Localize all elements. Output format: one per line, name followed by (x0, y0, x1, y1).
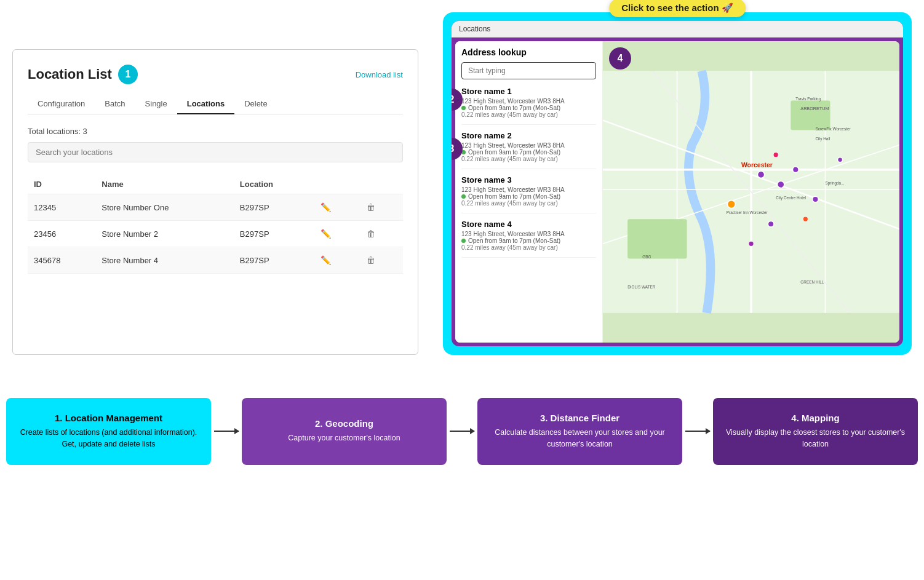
cell-location: B297SP (234, 247, 313, 274)
cell-edit-btn[interactable]: ✏️ (313, 194, 358, 221)
edit-icon[interactable]: ✏️ (319, 227, 333, 240)
flow-box-2: 2. Geocoding Capture your customer's loc… (242, 398, 447, 465)
title-text: Location List (28, 66, 112, 82)
cell-delete-btn[interactable]: 🗑 (358, 221, 403, 247)
cell-id: 23456 (28, 221, 95, 247)
store-hours: Open from 9am to 7pm (Mon-Sat) (461, 193, 596, 200)
click-action-text: Click to see the action 🚀 (621, 2, 733, 14)
address-input[interactable] (461, 62, 596, 79)
svg-point-24 (792, 167, 799, 173)
download-link[interactable]: Download list (356, 70, 403, 79)
arrow-line-1 (214, 431, 239, 432)
cell-delete-btn[interactable]: 🗑 (358, 194, 403, 221)
arrow-line-3 (685, 431, 710, 432)
locations-sidebar: 2 3 Address lookup Store name 1 123 High… (455, 41, 603, 343)
map-area: 4 (603, 41, 899, 343)
svg-rect-10 (627, 219, 687, 258)
svg-point-28 (727, 201, 735, 209)
svg-text:Travis Parking: Travis Parking (795, 97, 821, 101)
flow-box-1: 1. Location Management Create lists of l… (6, 398, 211, 465)
cell-location: B297SP (234, 221, 313, 247)
tab-configuration[interactable]: Configuration (28, 94, 95, 114)
inner-tab-label: Locations (459, 25, 490, 33)
store-distance: 0.22 miles away (45m away by car) (461, 244, 596, 251)
click-action-badge[interactable]: Click to see the action 🚀 (609, 0, 746, 17)
flow-box-3: 3. Distance Finder Calculate distances b… (477, 398, 682, 465)
panel-header: Location List 1 Download list (28, 65, 403, 84)
map-svg: Worcester ARBORETUM Travis Parking Screw… (603, 41, 899, 343)
col-id: ID (28, 175, 95, 194)
col-location: Location (234, 175, 313, 194)
address-lookup-title: Address lookup (461, 47, 596, 57)
svg-rect-9 (791, 100, 830, 130)
cell-name: Store Number 4 (95, 247, 234, 274)
locations-table: ID Name Location 12345 Store Number One … (28, 175, 403, 274)
search-input[interactable] (28, 142, 403, 162)
svg-text:ARBORETUM: ARBORETUM (800, 106, 829, 111)
svg-point-23 (778, 181, 784, 188)
col-name: Name (95, 175, 234, 194)
flow-box-1-title: 1. Location Management (55, 413, 162, 423)
table-row: 23456 Store Number 2 B297SP ✏️ 🗑 (28, 221, 403, 247)
table-row: 345678 Store Number 4 B297SP ✏️ 🗑 (28, 247, 403, 274)
svg-point-22 (757, 171, 764, 178)
left-panel: Location List 1 Download list Configurat… (12, 49, 418, 355)
delete-icon[interactable]: 🗑 (364, 227, 378, 240)
cell-id: 345678 (28, 247, 95, 274)
svg-text:City Hall: City Hall (815, 137, 830, 141)
arrow-1 (211, 398, 242, 465)
cell-name: Store Number 2 (95, 221, 234, 247)
store-distance: 0.22 miles away (45m away by car) (461, 111, 596, 118)
flow-box-1-text: Create lists of locations (and additiona… (18, 427, 199, 450)
badge-1: 1 (118, 65, 138, 84)
cell-edit-btn[interactable]: ✏️ (313, 221, 358, 247)
store-card: Store name 1 123 High Street, Worcester … (461, 87, 596, 125)
svg-point-30 (803, 217, 808, 221)
flow-box-3-text: Calculate distances between your stores … (490, 427, 670, 450)
svg-text:City Centre Hotel: City Centre Hotel (776, 196, 806, 201)
right-panel: Click to see the action 🚀 Locations 2 3 … (443, 12, 912, 355)
store-cards: Store name 1 123 High Street, Worcester … (461, 87, 596, 258)
store-address: 123 High Street, Worcester WR3 8HA (461, 231, 596, 237)
tab-batch[interactable]: Batch (95, 94, 135, 114)
flow-box-4: 4. Mapping Visually display the closest … (713, 398, 918, 465)
store-address: 123 High Street, Worcester WR3 8HA (461, 186, 596, 193)
tab-locations[interactable]: Locations (177, 94, 234, 114)
total-locations: Total locations: 3 (28, 127, 403, 136)
tab-single[interactable]: Single (135, 94, 177, 114)
store-address: 123 High Street, Worcester WR3 8HA (461, 98, 596, 105)
flow-box-4-title: 4. Mapping (791, 413, 839, 423)
arrow-line-2 (450, 431, 474, 432)
store-address: 123 High Street, Worcester WR3 8HA (461, 142, 596, 149)
flow-box-2-title: 2. Geocoding (315, 418, 373, 429)
store-name: Store name 2 (461, 131, 596, 140)
cell-id: 12345 (28, 194, 95, 221)
flow-section: 1. Location Management Create lists of l… (0, 373, 924, 477)
svg-point-27 (838, 157, 843, 162)
store-distance: 0.22 miles away (45m away by car) (461, 156, 596, 162)
tab-delete[interactable]: Delete (234, 94, 277, 114)
col-edit (313, 175, 358, 194)
cell-edit-btn[interactable]: ✏️ (313, 247, 358, 274)
store-distance: 0.22 miles away (45m away by car) (461, 200, 596, 207)
arrow-3 (682, 398, 713, 465)
edit-icon[interactable]: ✏️ (319, 253, 333, 267)
cell-location: B297SP (234, 194, 313, 221)
flow-box-3-title: 3. Distance Finder (540, 413, 619, 423)
svg-text:Springda...: Springda... (826, 181, 845, 186)
store-hours: Open from 9am to 7pm (Mon-Sat) (461, 105, 596, 111)
edit-icon[interactable]: ✏️ (319, 201, 333, 214)
delete-icon[interactable]: 🗑 (364, 201, 378, 214)
cyan-border: Click to see the action 🚀 Locations 2 3 … (443, 12, 912, 355)
cell-name: Store Number One (95, 194, 234, 221)
cell-delete-btn[interactable]: 🗑 (358, 247, 403, 274)
store-card: Store name 2 123 High Street, Worcester … (461, 131, 596, 169)
table-row: 12345 Store Number One B297SP ✏️ 🗑 (28, 194, 403, 221)
store-name: Store name 3 (461, 175, 596, 185)
tabs-row: Configuration Batch Single Locations Del… (28, 94, 403, 114)
store-card: Store name 4 123 High Street, Worcester … (461, 220, 596, 258)
svg-text:Practiser Inn Worcester: Practiser Inn Worcester (727, 210, 768, 215)
delete-icon[interactable]: 🗑 (364, 253, 378, 267)
svg-point-25 (813, 196, 819, 202)
app-content: 2 3 Address lookup Store name 1 123 High… (455, 41, 899, 343)
